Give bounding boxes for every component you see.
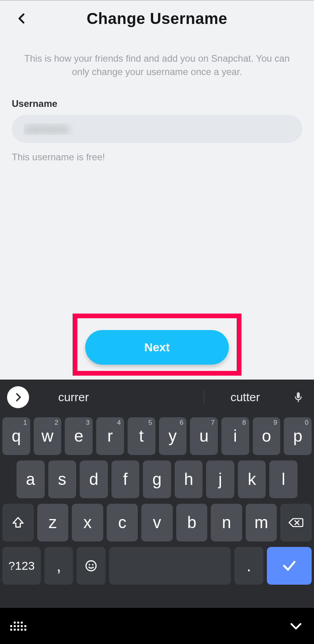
key-m[interactable]: m [246,504,277,541]
key-o-alt: 9 [274,419,277,427]
symbols-key[interactable]: ?123 [2,547,41,585]
app-screen: Change Username This is how your friends… [0,1,314,380]
key-row-4: ?123 , . [2,547,312,585]
backspace-key[interactable] [280,504,312,541]
check-icon [281,558,297,574]
header: Change Username [0,1,314,36]
keyboard-switch-button[interactable] [10,622,26,631]
enter-key[interactable] [267,547,312,585]
username-label: Username [12,98,302,109]
key-x[interactable]: x [72,504,103,541]
svg-rect-0 [297,393,300,398]
key-i-alt: 8 [242,419,246,427]
key-d[interactable]: d [80,461,108,498]
key-n[interactable]: n [211,504,242,541]
key-t-alt: 5 [148,419,152,427]
system-nav-bar [0,608,314,644]
key-y[interactable]: y6 [159,417,187,455]
key-e[interactable]: e3 [65,417,93,455]
key-t[interactable]: t5 [128,417,155,455]
next-button[interactable]: Next [85,330,229,365]
hide-keyboard-button[interactable] [288,618,304,634]
mic-button[interactable] [290,391,307,403]
key-row-3: zxcvbnm [2,504,312,541]
username-status: This username is free! [12,152,302,163]
page-title: Change Username [28,10,286,28]
mic-icon [292,391,304,403]
key-w-alt: 2 [55,419,58,427]
emoji-icon [84,559,98,572]
chevron-right-icon [13,392,23,402]
key-j[interactable]: j [206,461,234,498]
soft-keyboard: currer cutter q1w2e3r4t5y6u7i8o9p0 asdfg… [0,380,314,644]
comma-key[interactable]: , [44,547,73,585]
emoji-key[interactable] [77,547,105,585]
key-w[interactable]: w2 [34,417,62,455]
key-g[interactable]: g [143,461,171,498]
page-subtitle: This is how your friends find and add yo… [0,36,314,79]
suggestion-3[interactable]: cutter [204,387,287,408]
suggestion-bar: currer cutter [0,380,314,415]
key-q[interactable]: q1 [2,417,30,455]
suggestion-2[interactable] [118,393,201,401]
space-key[interactable] [109,547,231,585]
backspace-icon [288,517,304,528]
key-v[interactable]: v [141,504,173,541]
key-a[interactable]: a [16,461,45,498]
key-o[interactable]: o9 [253,417,281,455]
key-r[interactable]: r4 [96,417,124,455]
key-b[interactable]: b [176,504,208,541]
key-f[interactable]: f [111,461,140,498]
key-s[interactable]: s [48,461,77,498]
expand-suggestions-button[interactable] [7,386,29,408]
annotation-highlight: Next [73,314,241,376]
period-key[interactable]: . [234,547,263,585]
keyboard-icon [10,622,26,631]
key-row-2: asdfghjkl [2,461,312,498]
svg-point-2 [89,564,90,565]
username-input-wrap [12,115,302,143]
key-q-alt: 1 [23,419,27,427]
key-i[interactable]: i8 [221,417,249,455]
key-u-alt: 7 [211,419,214,427]
key-r-alt: 4 [117,419,120,427]
svg-point-3 [92,564,94,565]
back-button[interactable] [16,12,28,25]
svg-point-1 [86,561,96,571]
key-rows: q1w2e3r4t5y6u7i8o9p0 asdfghjkl zxcvbnm ?… [0,415,314,587]
key-k[interactable]: k [238,461,266,498]
key-u[interactable]: u7 [190,417,218,455]
username-input[interactable] [12,115,302,143]
key-row-1: q1w2e3r4t5y6u7i8o9p0 [2,417,312,455]
key-p[interactable]: p0 [284,417,312,455]
chevron-down-icon [288,618,304,634]
key-z[interactable]: z [37,504,69,541]
suggestion-1[interactable]: currer [32,387,115,408]
key-h[interactable]: h [175,461,203,498]
chevron-left-icon [16,12,28,25]
shift-icon [11,516,25,529]
key-c[interactable]: c [107,504,138,541]
next-area: Next [0,314,314,376]
key-y-alt: 6 [180,419,183,427]
key-l[interactable]: l [269,461,298,498]
key-p-alt: 0 [305,419,309,427]
shift-key[interactable] [2,504,34,541]
key-e-alt: 3 [86,419,89,427]
